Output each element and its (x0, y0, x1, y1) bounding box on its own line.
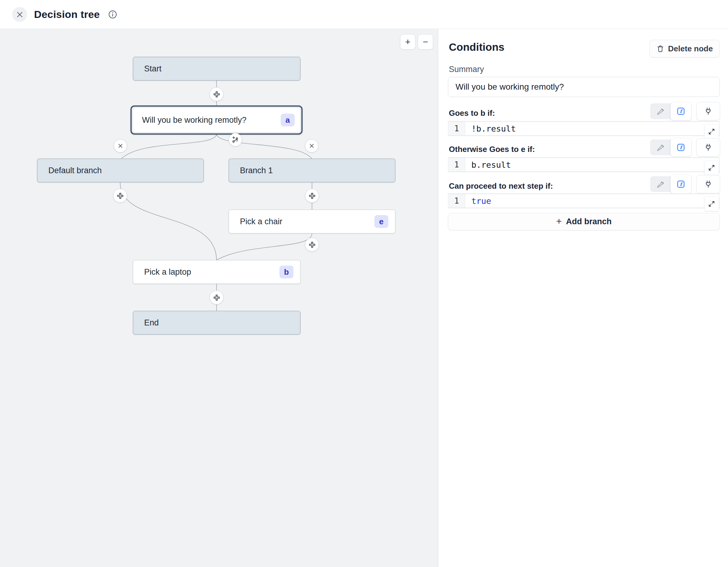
code-editor-goes-to-b[interactable]: 1 !b.result (448, 122, 720, 136)
expand-editor-button[interactable] (705, 125, 719, 139)
svg-text:f: f (680, 109, 683, 114)
mode-pill: f (650, 176, 691, 192)
node-default-branch[interactable]: Default branch (37, 159, 204, 182)
node-badge: b (279, 266, 293, 278)
node-badge: a (281, 114, 295, 126)
plug-icon (704, 180, 712, 189)
code-editor-can-proceed[interactable]: 1 true (448, 194, 720, 208)
condition-label-can-proceed: Can proceed to next step if: (449, 182, 553, 191)
line-number: 1 (448, 122, 465, 135)
svg-text:f: f (680, 145, 683, 150)
info-icon[interactable] (108, 10, 117, 19)
remove-branch-button[interactable] (114, 139, 127, 153)
mode-pill: f (650, 140, 691, 155)
plug-button[interactable] (696, 175, 720, 193)
fx-icon: f (676, 107, 685, 116)
node-pick-a-chair[interactable]: Pick a chair e (229, 210, 395, 234)
conditions-panel: Conditions Delete node Summary Goes to b… (438, 29, 728, 567)
plug-button[interactable] (696, 102, 720, 120)
edit-mode-button[interactable] (650, 103, 671, 119)
svg-text:f: f (680, 182, 683, 187)
close-button[interactable] (12, 7, 27, 22)
node-pick-a-laptop[interactable]: Pick a laptop b (133, 260, 300, 284)
plus-icon (308, 241, 316, 249)
plus-icon (116, 192, 124, 200)
code-value[interactable]: true (465, 194, 491, 208)
plug-icon (704, 143, 712, 152)
delete-node-label: Delete node (668, 44, 713, 54)
panel-divider (438, 29, 438, 567)
code-editor-otherwise-e[interactable]: 1 b.result (448, 158, 720, 172)
panel-title: Conditions (449, 41, 504, 53)
editor-mode-toggle: f (650, 175, 720, 193)
plus-icon: + (556, 216, 562, 227)
expand-editor-button[interactable] (705, 161, 719, 175)
editor-mode-toggle: f (650, 138, 720, 157)
node-end[interactable]: End (133, 311, 300, 334)
node-badge: e (374, 215, 388, 228)
node-start[interactable]: Start (133, 57, 300, 81)
delete-node-button[interactable]: Delete node (650, 40, 719, 57)
node-question-selected[interactable]: Will you be working remotly? a (130, 106, 303, 135)
node-label: Pick a laptop (144, 268, 279, 277)
expand-icon (708, 200, 716, 208)
node-branch-1[interactable]: Branch 1 (229, 159, 395, 182)
node-label: Will you be working remotly? (142, 116, 281, 125)
pencil-icon (656, 143, 665, 152)
top-bar: Decision tree (0, 0, 728, 29)
node-label: Default branch (48, 166, 197, 175)
edit-mode-button[interactable] (650, 176, 671, 192)
expand-icon (708, 128, 716, 136)
line-number: 1 (448, 158, 465, 171)
x-icon (309, 143, 315, 149)
fx-icon: f (676, 180, 685, 189)
line-number: 1 (448, 194, 465, 208)
pencil-icon (656, 107, 665, 116)
add-step-button[interactable] (305, 189, 319, 203)
plus-icon: + (405, 37, 411, 47)
add-step-button[interactable] (113, 189, 127, 203)
add-branch-label: Add branch (566, 217, 612, 227)
code-value[interactable]: b.result (465, 158, 511, 171)
node-label: Start (144, 64, 293, 74)
fx-icon: f (676, 143, 685, 152)
summary-input[interactable] (448, 77, 720, 97)
pencil-icon (656, 180, 665, 189)
node-label: End (144, 318, 293, 327)
fx-mode-button[interactable]: f (671, 102, 691, 120)
node-label: Pick a chair (240, 217, 374, 227)
node-label: Branch 1 (240, 166, 388, 175)
plug-button[interactable] (696, 138, 720, 157)
trash-icon (656, 45, 664, 53)
add-step-button[interactable] (210, 290, 224, 304)
editor-mode-toggle: f (650, 102, 720, 120)
flow-canvas[interactable]: + − Start Will you be working remotly? a… (0, 29, 438, 567)
add-branch-node-button[interactable] (229, 133, 242, 147)
condition-label-goes-to-b: Goes to b if: (449, 109, 495, 118)
summary-label: Summary (449, 65, 484, 74)
node-question-inner: Will you be working remotly? a (133, 108, 300, 133)
fx-mode-button[interactable]: f (671, 175, 691, 193)
remove-branch-button[interactable] (305, 139, 318, 153)
mode-pill: f (650, 103, 691, 119)
plug-icon (704, 107, 712, 116)
add-step-button[interactable] (305, 238, 319, 252)
plus-icon (213, 90, 221, 99)
edit-mode-button[interactable] (650, 140, 671, 155)
plus-icon (213, 293, 221, 302)
code-value[interactable]: !b.result (465, 122, 516, 135)
zoom-in-button[interactable]: + (400, 34, 415, 50)
condition-label-otherwise-e: Otherwise Goes to e if: (449, 145, 535, 154)
add-step-button[interactable] (210, 87, 224, 101)
expand-editor-button[interactable] (705, 197, 719, 211)
add-branch-button[interactable]: + Add branch (448, 213, 720, 230)
page-title: Decision tree (34, 0, 100, 29)
fx-mode-button[interactable]: f (671, 138, 691, 157)
plus-icon (308, 192, 316, 200)
expand-icon (708, 164, 716, 172)
split-branch-icon (231, 136, 239, 144)
close-icon (16, 11, 24, 19)
zoom-out-button[interactable]: − (418, 34, 433, 50)
minus-icon: − (423, 37, 428, 47)
x-icon (117, 143, 123, 149)
